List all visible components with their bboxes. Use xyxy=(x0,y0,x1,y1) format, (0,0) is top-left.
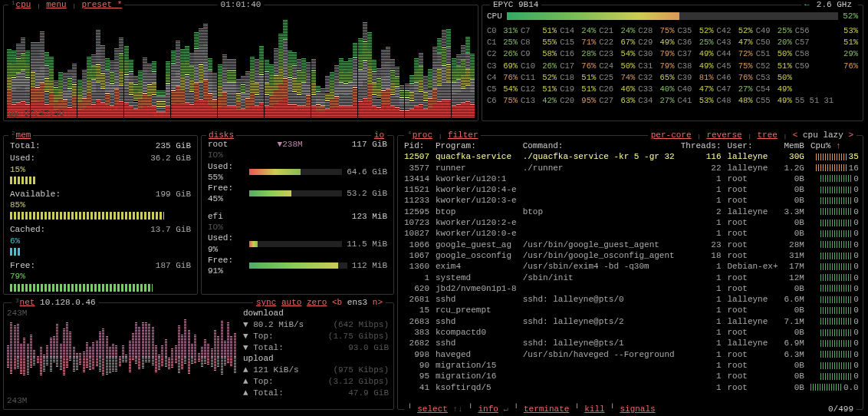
disks-panel: disks io root▼238M117 GiBIO%Used: 55%64.… xyxy=(201,135,394,295)
cpu-freq: 2.6 GHz xyxy=(814,0,855,10)
net-graph xyxy=(7,311,237,406)
cpu-graph-panel: ¹cpu ╷ menu ╷ preset * 01:01:40 up 07:47… xyxy=(3,5,478,121)
net-stats: download ▼ 80.2 MiB/s(642 Mibps)▼ Top:(1… xyxy=(243,308,389,399)
cpu-total-bar: CPU 52% xyxy=(487,10,858,22)
proc-options[interactable]: per-core ╷ reverse ╷ tree ╷ < cpu lazy > xyxy=(648,130,856,140)
disk-list: root▼238M117 GiBIO%Used: 55%64.6 GiBFree… xyxy=(208,139,387,277)
net-options[interactable]: sync auto zero <b ens3 n> xyxy=(253,297,386,308)
mem-panel: ²mem Total:235 GiB Used:36.2 GiB 15% Ava… xyxy=(3,135,198,295)
proc-footer[interactable]: ╵ select ↑↓ ╵ info ↵ ╵ terminate ╵ kill … xyxy=(404,404,856,414)
cpu-core-grid: C031%C751%C1424%C2124%C2875%C3552%C4252%… xyxy=(485,25,860,117)
proc-title[interactable]: ⁴proc ╷ filter xyxy=(404,130,481,140)
net-panel: ³net 10.128.0.46 sync auto zero <b ens3 … xyxy=(3,302,394,410)
cpu-graph xyxy=(7,8,475,117)
cpu-model: EPYC 9B14 xyxy=(490,0,541,10)
proc-panel: ⁴proc ╷ filter per-core ╷ reverse ╷ tree… xyxy=(397,135,863,410)
proc-table[interactable]: Pid:Program:Command:Threads:User:MemBCpu… xyxy=(401,140,860,395)
uptime: up 07:47:48 xyxy=(8,108,64,119)
cpu-info-panel: ← 2000ms → EPYC 9B14 2.6 GHz CPU 52% C03… xyxy=(482,5,863,121)
io-toggle[interactable]: io xyxy=(371,130,387,140)
net-title: ³net 10.128.0.46 xyxy=(12,297,99,308)
